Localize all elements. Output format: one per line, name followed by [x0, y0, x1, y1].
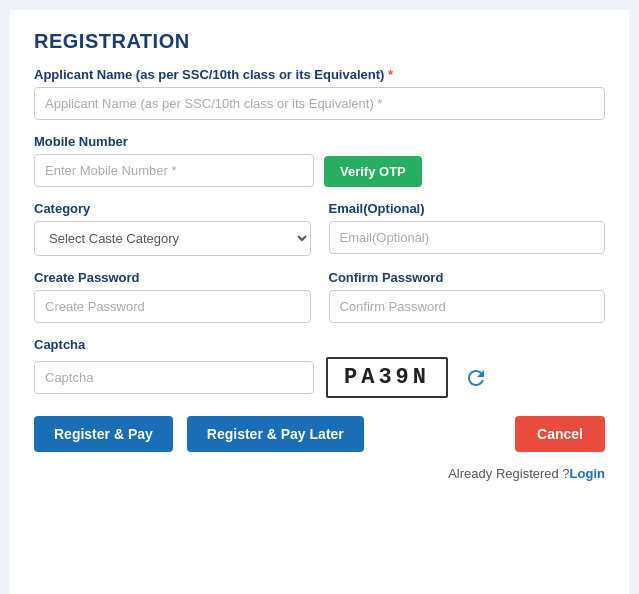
create-password-col: Create Password [34, 270, 311, 323]
applicant-name-field: Applicant Name (as per SSC/10th class or… [34, 67, 605, 120]
mobile-number-input[interactable] [34, 154, 314, 187]
email-label: Email(Optional) [329, 201, 606, 216]
footer: Already Registered ?Login [34, 466, 605, 481]
email-col: Email(Optional) [329, 201, 606, 256]
verify-otp-button[interactable]: Verify OTP [324, 156, 422, 187]
create-password-label: Create Password [34, 270, 311, 285]
mobile-number-label: Mobile Number [34, 134, 605, 149]
applicant-name-label: Applicant Name (as per SSC/10th class or… [34, 67, 605, 82]
category-col: Category Select Caste Category General O… [34, 201, 311, 256]
category-label: Category [34, 201, 311, 216]
refresh-icon [464, 366, 488, 390]
category-email-row: Category Select Caste Category General O… [34, 201, 605, 256]
applicant-name-input[interactable] [34, 87, 605, 120]
category-select[interactable]: Select Caste Category General OBC SC ST … [34, 221, 311, 256]
mobile-number-row: Mobile Number Verify OTP [34, 134, 605, 187]
create-password-input[interactable] [34, 290, 311, 323]
register-pay-button[interactable]: Register & Pay [34, 416, 173, 452]
login-link[interactable]: Login [570, 466, 605, 481]
refresh-captcha-button[interactable] [460, 362, 492, 394]
registration-form: REGISTRATION Applicant Name (as per SSC/… [10, 10, 629, 594]
mobile-input-wrap [34, 154, 314, 187]
captcha-input-wrap [34, 361, 314, 394]
confirm-password-col: Confirm Password [329, 270, 606, 323]
captcha-input[interactable] [34, 361, 314, 394]
register-pay-later-button[interactable]: Register & Pay Later [187, 416, 364, 452]
page-title: REGISTRATION [34, 30, 605, 53]
already-registered-text: Already Registered ? [448, 466, 569, 481]
captcha-row: Captcha PA39N [34, 337, 605, 398]
captcha-image: PA39N [326, 357, 448, 398]
password-row: Create Password Confirm Password [34, 270, 605, 323]
cancel-button[interactable]: Cancel [515, 416, 605, 452]
confirm-password-label: Confirm Password [329, 270, 606, 285]
captcha-wrapper: PA39N [34, 357, 605, 398]
mobile-row-wrapper: Verify OTP [34, 154, 605, 187]
action-buttons-row: Register & Pay Register & Pay Later Canc… [34, 416, 605, 452]
email-input[interactable] [329, 221, 606, 254]
captcha-label: Captcha [34, 337, 605, 352]
confirm-password-input[interactable] [329, 290, 606, 323]
